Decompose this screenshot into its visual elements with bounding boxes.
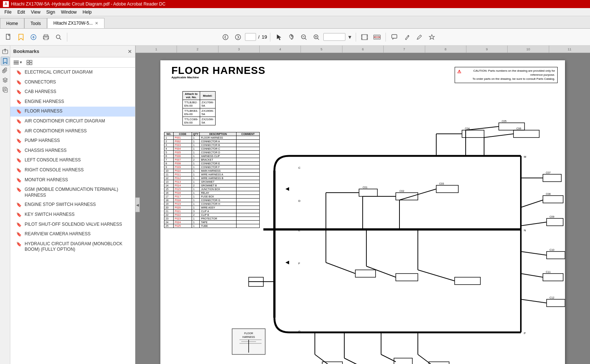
svg-line-95 bbox=[418, 354, 433, 364]
bookmark-label: RIGHT CONSOLE HARNESS bbox=[25, 167, 83, 173]
zoom-dropdown-button[interactable]: ▾ bbox=[347, 32, 353, 43]
prev-page-button[interactable] bbox=[220, 32, 231, 43]
next-page-button[interactable] bbox=[232, 32, 244, 43]
menu-view[interactable]: View bbox=[28, 9, 43, 15]
bookmark-icon: 🔖 bbox=[16, 212, 22, 218]
fit-page-button[interactable] bbox=[359, 32, 370, 43]
bookmark-label: GSM (MOBILE COMMUNICATION TERMINAL) HARN… bbox=[25, 187, 132, 198]
svg-line-22 bbox=[405, 39, 406, 40]
ruler-mark: 10 bbox=[507, 46, 548, 53]
rail-attachment-icon[interactable] bbox=[1, 66, 10, 75]
print-button[interactable] bbox=[40, 32, 51, 43]
bookmark-icon: 🔖 bbox=[16, 119, 22, 125]
pdf-page-container[interactable]: FLOOR HARNESS Applicable Machine Attach … bbox=[135, 53, 590, 364]
menu-help[interactable]: Help bbox=[80, 9, 95, 15]
bookmark-button[interactable] bbox=[15, 32, 26, 43]
tab-home-label: Home bbox=[6, 21, 18, 26]
bookmark-electrical-circuit[interactable]: 🔖 ELECTRICAL CIRCUIT DIAGRAM bbox=[10, 68, 135, 78]
tab-tools[interactable]: Tools bbox=[24, 18, 47, 28]
zoom-out-button[interactable] bbox=[298, 32, 309, 43]
main-area: Bookmarks ✕ ▾ 🔖 ELECTRICAL CIRCUIT DIAGR… bbox=[0, 46, 590, 364]
bookmark-cab-harness[interactable]: 🔖 CAB HARNESS bbox=[10, 87, 135, 97]
bookmark-chassis-harness[interactable]: 🔖 CHASSIS HARNESS bbox=[10, 146, 135, 156]
bookmark-ac-harness[interactable]: 🔖 AIR CONDITIONER HARNESS bbox=[10, 126, 135, 136]
bookmark-engine-harness[interactable]: 🔖 ENGINE HARNESS bbox=[10, 97, 135, 107]
find-button[interactable] bbox=[53, 32, 64, 43]
tab-document[interactable]: Hitachi ZX170W-5... ✕ bbox=[47, 18, 104, 28]
bookmark-icon: 🔖 bbox=[16, 99, 22, 105]
highlight-button[interactable] bbox=[401, 32, 412, 43]
pdf-viewer[interactable]: 1 2 3 4 5 6 7 8 9 10 11 FLOOR HARNESS Ap… bbox=[135, 46, 590, 364]
rail-layers-icon[interactable] bbox=[1, 76, 10, 85]
rail-bookmarks-icon[interactable] bbox=[1, 57, 10, 65]
bookmark-icon: 🔖 bbox=[16, 138, 22, 144]
svg-rect-44 bbox=[273, 171, 276, 318]
stamp-button[interactable] bbox=[426, 32, 437, 43]
bookmark-monitor-harness[interactable]: 🔖 MONITOR HARNESS bbox=[10, 175, 135, 185]
svg-rect-42 bbox=[263, 228, 521, 231]
caution-box: ⚠ CAUTION: Parts numbers on the drawing … bbox=[455, 67, 558, 83]
menu-file[interactable]: File bbox=[1, 9, 14, 15]
select-tool-button[interactable] bbox=[273, 32, 284, 43]
bookmark-right-console[interactable]: 🔖 RIGHT CONSOLE HARNESS bbox=[10, 165, 135, 175]
bookmark-ac-circuit[interactable]: 🔖 AIR CONDITIONER CIRCUIT DIAGRAM bbox=[10, 117, 135, 126]
bookmark-label: PILOT SHUT-OFF SOLENOID VALVE HARNESS bbox=[25, 222, 122, 228]
bookmark-icon: 🔖 bbox=[16, 70, 22, 76]
bookmark-label: HYDRAULIC CIRCUIT DIAGRAM (MONOBLOCK BOO… bbox=[25, 241, 132, 253]
bookmark-key-switch[interactable]: 🔖 KEY SWITCH HARNESS bbox=[10, 210, 135, 220]
bookmarks-menu-button[interactable]: ▾ bbox=[12, 58, 24, 67]
zoom-input[interactable]: 48.5% bbox=[323, 33, 345, 41]
upload-button[interactable] bbox=[28, 32, 39, 43]
scan-button[interactable] bbox=[372, 32, 383, 43]
diagram-title: FLOOR HARNESS bbox=[171, 65, 266, 76]
svg-rect-69 bbox=[547, 218, 563, 226]
bookmark-icon: 🔖 bbox=[16, 80, 22, 86]
svg-point-8 bbox=[223, 35, 228, 40]
markup-button[interactable] bbox=[414, 32, 425, 43]
svg-text:N: N bbox=[524, 229, 526, 232]
zoom-in-button[interactable] bbox=[311, 32, 322, 43]
bookmark-pump-harness[interactable]: 🔖 PUMP HARNESS bbox=[10, 136, 135, 146]
menu-sign[interactable]: Sign bbox=[43, 9, 58, 15]
bookmark-gsm-harness[interactable]: 🔖 GSM (MOBILE COMMUNICATION TERMINAL) HA… bbox=[10, 185, 135, 200]
svg-rect-65 bbox=[543, 174, 561, 182]
svg-rect-34 bbox=[14, 62, 19, 63]
bookmarks-close-button[interactable]: ✕ bbox=[128, 49, 132, 54]
bookmark-engine-stop[interactable]: 🔖 ENGINE STOP SWITCH HARNESS bbox=[10, 200, 135, 210]
bookmark-icon: 🔖 bbox=[16, 202, 22, 208]
bookmarks-title: Bookmarks bbox=[13, 49, 39, 54]
titlebar: A Hitachi ZX170W-5A -Hydraulic Circuit D… bbox=[0, 0, 590, 8]
horizontal-ruler: 1 2 3 4 5 6 7 8 9 10 11 bbox=[135, 46, 590, 53]
bookmark-icon: 🔖 bbox=[16, 148, 22, 154]
bookmark-floor-harness[interactable]: 🔖 FLOOR HARNESS bbox=[10, 107, 135, 117]
ruler-mark: 11 bbox=[549, 46, 590, 53]
panel-collapse-button[interactable]: ◀ bbox=[135, 197, 140, 212]
bookmark-hydraulic-circuit[interactable]: 🔖 HYDRAULIC CIRCUIT DIAGRAM (MONOBLOCK B… bbox=[10, 239, 135, 254]
comment-button[interactable] bbox=[389, 32, 400, 43]
new-button[interactable] bbox=[3, 32, 14, 43]
tab-home[interactable]: Home bbox=[0, 18, 24, 28]
ruler-marks: 1 2 3 4 5 6 7 8 9 10 11 bbox=[135, 46, 590, 53]
menu-window[interactable]: Window bbox=[58, 9, 80, 15]
bookmark-left-console[interactable]: 🔖 LEFT CONSOLE HARNESS bbox=[10, 156, 135, 165]
zoom-control: 48.5% ▾ bbox=[323, 32, 353, 43]
icon-rail bbox=[0, 46, 10, 364]
svg-text:C09: C09 bbox=[550, 215, 554, 218]
svg-line-59 bbox=[466, 126, 499, 130]
svg-rect-35 bbox=[14, 64, 19, 64]
bookmark-pilot-shutoff[interactable]: 🔖 PILOT SHUT-OFF SOLENOID VALVE HARNESS bbox=[10, 220, 135, 230]
page-separator: / bbox=[258, 34, 260, 40]
bookmark-connectors[interactable]: 🔖 CONNECTORS bbox=[10, 78, 135, 88]
svg-text:P: P bbox=[524, 332, 526, 335]
rail-share-icon[interactable] bbox=[1, 47, 10, 56]
bookmarks-expand-button[interactable] bbox=[25, 58, 34, 67]
tab-close-icon[interactable]: ✕ bbox=[95, 21, 98, 26]
page-number-input[interactable]: 5 bbox=[245, 33, 256, 41]
hand-tool-button[interactable] bbox=[286, 32, 297, 43]
bookmark-label: LEFT CONSOLE HARNESS bbox=[25, 157, 81, 163]
bookmark-rearview-camera[interactable]: 🔖 REARVIEW CAMERA HARNESS bbox=[10, 229, 135, 239]
svg-line-77 bbox=[326, 263, 355, 274]
menu-edit[interactable]: Edit bbox=[14, 9, 28, 15]
svg-line-66 bbox=[521, 200, 543, 207]
rail-pages-icon[interactable] bbox=[1, 85, 10, 94]
